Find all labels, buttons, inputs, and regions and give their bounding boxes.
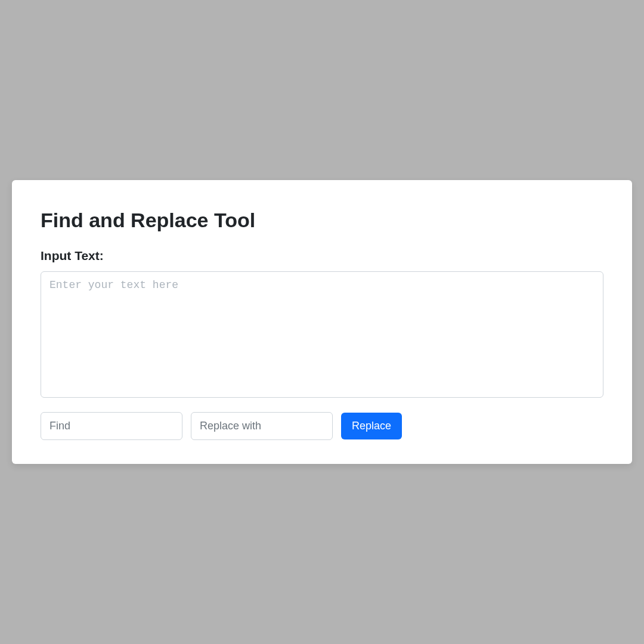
find-replace-card: Find and Replace Tool Input Text: Replac… [12, 180, 632, 464]
controls-row: Replace [41, 412, 603, 440]
input-text-area[interactable] [41, 271, 603, 398]
page-title: Find and Replace Tool [41, 209, 603, 232]
replace-button[interactable]: Replace [341, 413, 402, 439]
input-text-label: Input Text: [41, 249, 603, 263]
replace-input[interactable] [191, 412, 333, 440]
find-input[interactable] [41, 412, 182, 440]
